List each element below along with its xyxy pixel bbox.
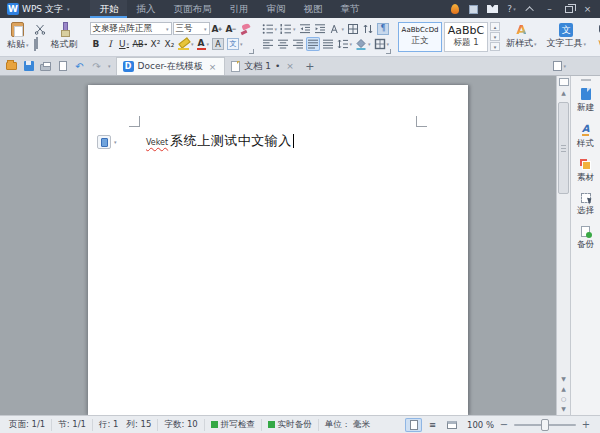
style-normal[interactable]: AaBbCcDd 正文 <box>398 22 442 52</box>
browse-object-button[interactable]: ○ <box>558 393 570 403</box>
ribbon-tab-view[interactable]: 视图 <box>294 0 331 18</box>
line-spacing-button[interactable]: ▾ <box>336 37 354 51</box>
char-shading-button[interactable]: A <box>211 37 225 51</box>
distribute-button[interactable] <box>321 37 335 51</box>
new-style-button[interactable]: A 新样式▾ <box>502 21 541 52</box>
next-page-button[interactable]: ▼ <box>558 403 570 413</box>
gallery-more-button[interactable]: ▾ <box>490 42 500 51</box>
paste-options-button[interactable]: ▾ <box>97 135 117 149</box>
ribbon-tab-section[interactable]: 章节 <box>331 0 368 18</box>
align-left-button[interactable] <box>261 37 275 51</box>
side-item-backup[interactable]: 备份 <box>577 226 594 251</box>
document-page[interactable]: ▾ Veket 系统上测试中文输入 <box>88 85 468 415</box>
side-item-styles[interactable]: A 样式 <box>577 123 594 150</box>
tab-docer-templates[interactable]: D Docer-在线模板 × <box>116 57 226 75</box>
superscript-button[interactable]: X² <box>149 37 162 51</box>
scroll-down-button[interactable]: ▼ <box>558 373 570 383</box>
status-live-backup[interactable]: 实时备份 <box>262 419 319 431</box>
manuscript-grid-button[interactable] <box>346 22 360 36</box>
store-button[interactable] <box>465 0 482 18</box>
zoom-slider[interactable] <box>514 424 576 426</box>
undo-button[interactable]: ↶ <box>73 59 86 73</box>
style-heading1[interactable]: AaBbC 标题 1 <box>444 22 488 52</box>
text-tools-button[interactable]: 文 文字工具▾ <box>543 21 591 52</box>
help-button[interactable]: ?▾ <box>503 0 520 18</box>
save-button[interactable] <box>22 59 35 73</box>
skin-button[interactable] <box>484 0 501 18</box>
close-button[interactable]: × <box>579 0 596 18</box>
vertical-scrollbar[interactable]: ▲ ▼ ▲ ○ ▼ <box>556 76 570 415</box>
format-painter-button[interactable]: 格式刷 <box>49 21 80 52</box>
show-marks-button[interactable]: ¶ <box>376 22 390 36</box>
side-item-select[interactable]: 选择 <box>577 193 594 217</box>
print-button[interactable] <box>39 59 52 73</box>
close-tab-icon[interactable]: × <box>284 61 296 71</box>
bullets-button[interactable]: ▾ <box>261 22 279 36</box>
status-word-count[interactable]: 字数: 10 <box>158 419 204 431</box>
collapse-ribbon-button[interactable] <box>522 0 539 18</box>
app-menu-button[interactable]: W WPS 文字 ▾ <box>0 0 76 18</box>
underline-button[interactable]: U▾ <box>118 37 131 51</box>
zoom-in-button[interactable]: + <box>581 419 591 430</box>
previous-page-button[interactable]: ▲ <box>558 383 570 393</box>
numbering-button[interactable]: ▾ <box>279 22 297 36</box>
close-tab-icon[interactable]: × <box>207 62 219 72</box>
side-item-material[interactable]: 素材 <box>577 159 594 184</box>
zoom-slider-handle[interactable] <box>541 419 549 431</box>
asian-layout-button[interactable]: ▾ <box>328 22 346 36</box>
subscript-button[interactable]: X₂ <box>163 37 176 51</box>
italic-button[interactable]: I <box>104 37 117 51</box>
redo-button[interactable]: ↷ <box>90 59 103 73</box>
ribbon-tab-home[interactable]: 开始 <box>90 0 127 18</box>
ribbon-tab-page-layout[interactable]: 页面布局 <box>164 0 220 18</box>
decrease-indent-button[interactable] <box>298 22 312 36</box>
clear-format-button[interactable] <box>239 22 253 36</box>
web-view-button[interactable] <box>443 418 460 432</box>
tab-document-1[interactable]: 文档 1 • × <box>225 57 301 75</box>
grow-font-button[interactable]: A+ <box>211 22 224 36</box>
bold-button[interactable]: B <box>90 37 103 51</box>
restore-button[interactable] <box>560 0 577 18</box>
hotspot-button[interactable] <box>446 0 463 18</box>
ribbon-tab-review[interactable]: 审阅 <box>257 0 294 18</box>
ribbon-tab-references[interactable]: 引用 <box>220 0 257 18</box>
cut-button[interactable] <box>34 23 46 35</box>
minimize-button[interactable]: – <box>541 0 558 18</box>
strikethrough-button[interactable]: AB▾ <box>132 37 148 51</box>
paragraph-dialog-launcher[interactable] <box>386 49 391 54</box>
open-button[interactable] <box>5 59 18 73</box>
new-tab-button[interactable]: + <box>302 57 318 75</box>
font-family-select[interactable]: 文泉驿点阵正黑▾ <box>90 22 172 35</box>
zoom-out-button[interactable]: − <box>499 419 509 430</box>
font-color-button[interactable]: A▾ <box>196 37 211 51</box>
document-area[interactable]: ▾ Veket 系统上测试中文输入 <box>0 76 600 415</box>
paragraph-text[interactable]: Veket 系统上测试中文输入 <box>146 132 294 150</box>
side-item-new[interactable]: 新建 <box>577 88 594 114</box>
ruler-toggle-icon[interactable] <box>559 78 569 86</box>
increase-indent-button[interactable] <box>313 22 327 36</box>
print-preview-button[interactable] <box>56 59 69 73</box>
shrink-font-button[interactable]: A− <box>225 22 238 36</box>
scrollbar-track[interactable] <box>557 98 570 373</box>
sort-button[interactable] <box>361 22 375 36</box>
phonetic-guide-button[interactable]: 文▾ <box>226 37 244 51</box>
gallery-up-button[interactable]: ▴ <box>490 22 500 31</box>
justify-button[interactable] <box>306 37 320 51</box>
align-center-button[interactable] <box>276 37 290 51</box>
highlight-button[interactable]: ▾ <box>177 37 195 51</box>
shading-button[interactable]: ▾ <box>354 37 372 51</box>
font-dialog-launcher[interactable] <box>249 49 254 54</box>
quick-access-menu-button[interactable]: ▾ <box>108 63 111 69</box>
ribbon-tab-insert[interactable]: 插入 <box>127 0 164 18</box>
panel-collapse-handle[interactable] <box>581 79 591 81</box>
gallery-down-button[interactable]: ▾ <box>490 32 500 41</box>
paste-button[interactable]: 粘贴▾ <box>5 21 31 52</box>
scrollbar-thumb[interactable] <box>558 102 569 194</box>
status-spell-check[interactable]: 拼写检查 <box>205 419 262 431</box>
align-right-button[interactable] <box>291 37 305 51</box>
scroll-up-button[interactable]: ▲ <box>558 87 570 98</box>
outline-view-button[interactable]: ≡ <box>424 418 441 432</box>
copy-button[interactable] <box>34 40 46 50</box>
tab-list-button[interactable]: ▾ <box>553 57 600 75</box>
page-view-button[interactable] <box>405 418 422 432</box>
